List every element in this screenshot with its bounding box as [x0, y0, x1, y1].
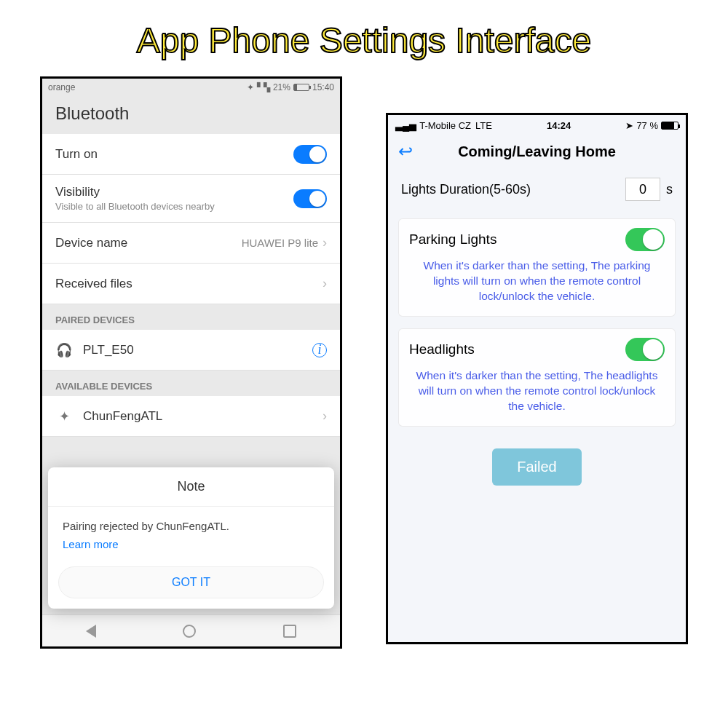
- clock-label: 14:24: [547, 120, 571, 131]
- duration-label: Lights Duration(5-60s): [401, 182, 531, 197]
- headlights-desc: When it's darker than the setting, The h…: [409, 361, 665, 416]
- paired-device-name: PLT_E50: [83, 343, 312, 357]
- chevron-right-icon: ›: [323, 276, 327, 291]
- location-icon: ➤: [625, 120, 633, 131]
- available-device-name: ChunFengATL: [83, 409, 323, 424]
- battery-percent: 77 %: [636, 120, 658, 131]
- headphones-icon: 🎧: [55, 342, 73, 358]
- android-nav-bar: [42, 614, 340, 646]
- bluetooth-icon: ✦: [55, 408, 73, 424]
- turn-on-label: Turn on: [55, 147, 293, 162]
- screen-title: Coming/Leaving Home: [419, 143, 655, 160]
- carrier-label: T-Mobile CZ: [419, 120, 471, 131]
- carrier-label: orange: [48, 82, 75, 92]
- android-status-bar: orange ✦ ▘▚ 21% 15:40: [42, 79, 340, 96]
- device-name-label: Device name: [55, 236, 242, 250]
- device-name-value: HUAWEI P9 lite: [242, 237, 318, 249]
- screen-title: Bluetooth: [42, 96, 340, 134]
- ios-screenshot: ▃▄▅ T-Mobile CZ LTE 14:24 ➤ 77 % ↩ Comin…: [386, 113, 688, 644]
- failed-button[interactable]: Failed: [492, 448, 581, 486]
- chevron-right-icon: ›: [323, 235, 327, 250]
- visibility-toggle[interactable]: [293, 189, 327, 208]
- headlights-card: Headlights When it's darker than the set…: [398, 328, 676, 427]
- clock-label: 15:40: [312, 82, 334, 92]
- paired-devices-header: PAIRED DEVICES: [42, 304, 340, 330]
- parking-lights-desc: When it's darker than the setting, The p…: [409, 251, 665, 306]
- nav-back-button[interactable]: [86, 625, 96, 638]
- nav-recent-button[interactable]: [283, 625, 296, 638]
- nav-home-button[interactable]: [183, 625, 196, 638]
- parking-lights-toggle[interactable]: [625, 228, 665, 251]
- ios-status-bar: ▃▄▅ T-Mobile CZ LTE 14:24 ➤ 77 %: [388, 115, 686, 135]
- visibility-label: Visibility: [55, 185, 293, 199]
- battery-icon: [661, 122, 678, 130]
- bluetooth-icon: ✦: [247, 82, 254, 92]
- received-files-label: Received files: [55, 277, 323, 291]
- available-devices-header: AVAILABLE DEVICES: [42, 371, 340, 396]
- signal-icon: ▘▚: [257, 82, 270, 92]
- parking-lights-card: Parking Lights When it's darker than the…: [398, 218, 676, 317]
- visibility-row[interactable]: Visibility Visible to all Bluetooth devi…: [42, 175, 340, 223]
- turn-on-toggle[interactable]: [293, 145, 327, 164]
- received-files-row[interactable]: Received files ›: [42, 264, 340, 304]
- page-title: App Phone Settings Interface: [0, 0, 728, 76]
- headlights-toggle[interactable]: [625, 338, 665, 361]
- device-name-row[interactable]: Device name HUAWEI P9 lite ›: [42, 223, 340, 264]
- lights-duration-row: Lights Duration(5-60s) 0 s: [388, 172, 686, 213]
- android-screenshot: orange ✦ ▘▚ 21% 15:40 Bluetooth Turn on …: [40, 76, 342, 649]
- info-icon[interactable]: i: [312, 343, 327, 357]
- ios-nav-bar: ↩ Coming/Leaving Home: [388, 135, 686, 172]
- parking-lights-label: Parking Lights: [409, 232, 625, 248]
- duration-input[interactable]: 0: [625, 178, 660, 201]
- battery-percent: 21%: [273, 82, 290, 92]
- available-device-row[interactable]: ✦ ChunFengATL ›: [42, 396, 340, 437]
- network-label: LTE: [475, 120, 492, 131]
- back-button[interactable]: ↩: [398, 141, 413, 162]
- chevron-right-icon: ›: [323, 408, 327, 424]
- visibility-sub: Visible to all Bluetooth devices nearby: [55, 201, 293, 212]
- signal-icon: ▃▄▅: [395, 120, 416, 131]
- headlights-label: Headlights: [409, 341, 625, 357]
- turn-on-row[interactable]: Turn on: [42, 134, 340, 175]
- duration-unit: s: [666, 182, 673, 197]
- battery-icon: [293, 84, 309, 91]
- paired-device-row[interactable]: 🎧 PLT_E50 i: [42, 330, 340, 371]
